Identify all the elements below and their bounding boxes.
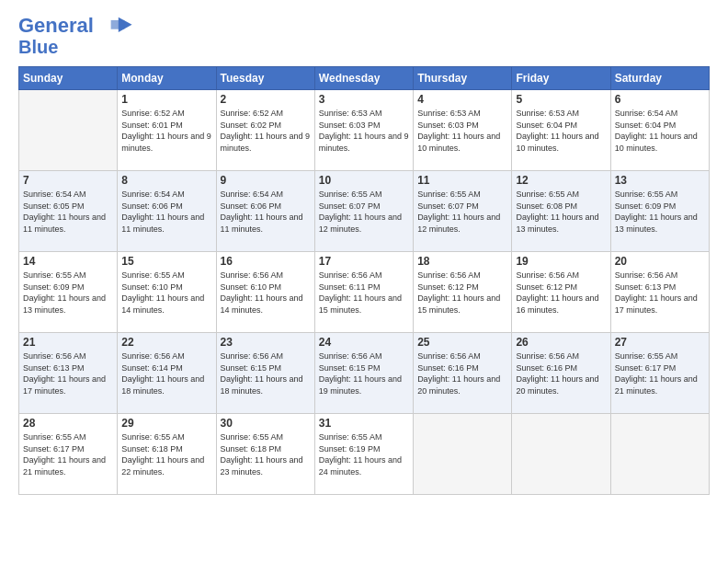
day-number: 17 [319,255,409,268]
calendar-week-row: 7Sunrise: 6:54 AMSunset: 6:05 PMDaylight… [19,171,710,252]
day-number: 22 [121,336,211,349]
day-info: Sunrise: 6:55 AMSunset: 6:19 PMDaylight:… [319,431,409,477]
day-number: 7 [23,174,113,187]
calendar-week-row: 21Sunrise: 6:56 AMSunset: 6:13 PMDayligh… [19,333,710,414]
header: General Blue [18,15,710,57]
calendar-cell [414,414,512,495]
calendar-week-row: 1Sunrise: 6:52 AMSunset: 6:01 PMDaylight… [19,90,710,171]
day-info: Sunrise: 6:56 AMSunset: 6:16 PMDaylight:… [516,350,606,396]
calendar: SundayMondayTuesdayWednesdayThursdayFrid… [18,66,710,495]
day-number: 27 [615,336,705,349]
weekday-header-thursday: Thursday [414,67,512,90]
calendar-cell: 16Sunrise: 6:56 AMSunset: 6:10 PMDayligh… [216,252,314,333]
day-info: Sunrise: 6:53 AMSunset: 6:03 PMDaylight:… [417,108,507,154]
day-info: Sunrise: 6:55 AMSunset: 6:09 PMDaylight:… [615,189,705,235]
day-info: Sunrise: 6:56 AMSunset: 6:12 PMDaylight:… [516,270,606,316]
calendar-cell: 21Sunrise: 6:56 AMSunset: 6:13 PMDayligh… [19,333,118,414]
weekday-header-saturday: Saturday [610,67,709,90]
calendar-cell: 31Sunrise: 6:55 AMSunset: 6:19 PMDayligh… [314,414,413,495]
weekday-header-friday: Friday [512,67,610,90]
calendar-cell: 1Sunrise: 6:52 AMSunset: 6:01 PMDaylight… [118,90,216,171]
day-number: 10 [319,174,409,187]
day-info: Sunrise: 6:55 AMSunset: 6:07 PMDaylight:… [417,189,507,235]
day-info: Sunrise: 6:56 AMSunset: 6:13 PMDaylight:… [23,350,113,396]
day-info: Sunrise: 6:55 AMSunset: 6:17 PMDaylight:… [615,350,705,396]
day-info: Sunrise: 6:54 AMSunset: 6:06 PMDaylight:… [221,189,311,235]
calendar-cell: 10Sunrise: 6:55 AMSunset: 6:07 PMDayligh… [314,171,413,252]
calendar-cell: 30Sunrise: 6:55 AMSunset: 6:18 PMDayligh… [216,414,314,495]
calendar-cell: 22Sunrise: 6:56 AMSunset: 6:14 PMDayligh… [118,333,216,414]
calendar-cell: 5Sunrise: 6:53 AMSunset: 6:04 PMDaylight… [512,90,610,171]
calendar-cell: 9Sunrise: 6:54 AMSunset: 6:06 PMDaylight… [216,171,314,252]
svg-marker-1 [111,20,125,29]
day-info: Sunrise: 6:56 AMSunset: 6:11 PMDaylight:… [319,270,409,316]
page: General Blue SundayMondayTuesdayWednesda… [0,0,728,563]
day-info: Sunrise: 6:52 AMSunset: 6:01 PMDaylight:… [121,108,211,154]
calendar-cell: 18Sunrise: 6:56 AMSunset: 6:12 PMDayligh… [414,252,512,333]
calendar-cell: 12Sunrise: 6:55 AMSunset: 6:08 PMDayligh… [512,171,610,252]
day-info: Sunrise: 6:53 AMSunset: 6:04 PMDaylight:… [516,108,606,154]
day-info: Sunrise: 6:56 AMSunset: 6:12 PMDaylight:… [417,270,507,316]
calendar-cell: 4Sunrise: 6:53 AMSunset: 6:03 PMDaylight… [414,90,512,171]
calendar-cell: 29Sunrise: 6:55 AMSunset: 6:18 PMDayligh… [118,414,216,495]
day-number: 8 [121,174,211,187]
day-number: 24 [319,336,409,349]
calendar-cell: 25Sunrise: 6:56 AMSunset: 6:16 PMDayligh… [414,333,512,414]
day-number: 13 [615,174,705,187]
calendar-week-row: 28Sunrise: 6:55 AMSunset: 6:17 PMDayligh… [19,414,710,495]
day-number: 18 [417,255,507,268]
day-number: 1 [121,93,211,106]
calendar-cell: 24Sunrise: 6:56 AMSunset: 6:15 PMDayligh… [314,333,413,414]
calendar-cell: 6Sunrise: 6:54 AMSunset: 6:04 PMDaylight… [610,90,709,171]
day-info: Sunrise: 6:55 AMSunset: 6:08 PMDaylight:… [516,189,606,235]
calendar-cell: 14Sunrise: 6:55 AMSunset: 6:09 PMDayligh… [19,252,118,333]
day-number: 28 [23,417,113,430]
day-info: Sunrise: 6:56 AMSunset: 6:13 PMDaylight:… [615,270,705,316]
day-number: 31 [319,417,409,430]
day-number: 4 [417,93,507,106]
day-info: Sunrise: 6:55 AMSunset: 6:18 PMDaylight:… [121,431,211,477]
calendar-cell [19,90,118,171]
day-info: Sunrise: 6:55 AMSunset: 6:17 PMDaylight:… [23,431,113,477]
day-info: Sunrise: 6:56 AMSunset: 6:16 PMDaylight:… [417,350,507,396]
day-number: 5 [516,93,606,106]
calendar-cell: 28Sunrise: 6:55 AMSunset: 6:17 PMDayligh… [19,414,118,495]
day-number: 11 [417,174,507,187]
calendar-cell: 20Sunrise: 6:56 AMSunset: 6:13 PMDayligh… [610,252,709,333]
day-info: Sunrise: 6:52 AMSunset: 6:02 PMDaylight:… [221,108,311,154]
calendar-cell [512,414,610,495]
day-number: 19 [516,255,606,268]
calendar-cell: 19Sunrise: 6:56 AMSunset: 6:12 PMDayligh… [512,252,610,333]
calendar-week-row: 14Sunrise: 6:55 AMSunset: 6:09 PMDayligh… [19,252,710,333]
calendar-cell: 23Sunrise: 6:56 AMSunset: 6:15 PMDayligh… [216,333,314,414]
weekday-header-wednesday: Wednesday [314,67,413,90]
logo-text: General [18,15,132,37]
day-info: Sunrise: 6:54 AMSunset: 6:05 PMDaylight:… [23,189,113,235]
day-info: Sunrise: 6:54 AMSunset: 6:04 PMDaylight:… [615,108,705,154]
calendar-cell: 13Sunrise: 6:55 AMSunset: 6:09 PMDayligh… [610,171,709,252]
logo: General Blue [18,15,132,57]
day-number: 16 [221,255,311,268]
day-number: 6 [615,93,705,106]
day-info: Sunrise: 6:55 AMSunset: 6:09 PMDaylight:… [23,270,113,316]
weekday-header-tuesday: Tuesday [216,67,314,90]
day-number: 30 [221,417,311,430]
day-info: Sunrise: 6:56 AMSunset: 6:14 PMDaylight:… [121,350,211,396]
logo-icon [103,16,132,32]
day-info: Sunrise: 6:56 AMSunset: 6:10 PMDaylight:… [221,270,311,316]
day-number: 12 [516,174,606,187]
day-info: Sunrise: 6:56 AMSunset: 6:15 PMDaylight:… [319,350,409,396]
day-number: 26 [516,336,606,349]
day-number: 20 [615,255,705,268]
calendar-cell: 26Sunrise: 6:56 AMSunset: 6:16 PMDayligh… [512,333,610,414]
calendar-cell: 8Sunrise: 6:54 AMSunset: 6:06 PMDaylight… [118,171,216,252]
day-info: Sunrise: 6:53 AMSunset: 6:03 PMDaylight:… [319,108,409,154]
day-number: 2 [221,93,311,106]
day-number: 9 [221,174,311,187]
weekday-header-monday: Monday [118,67,216,90]
day-number: 25 [417,336,507,349]
calendar-cell: 11Sunrise: 6:55 AMSunset: 6:07 PMDayligh… [414,171,512,252]
calendar-cell: 2Sunrise: 6:52 AMSunset: 6:02 PMDaylight… [216,90,314,171]
calendar-cell: 27Sunrise: 6:55 AMSunset: 6:17 PMDayligh… [610,333,709,414]
day-info: Sunrise: 6:55 AMSunset: 6:10 PMDaylight:… [121,270,211,316]
